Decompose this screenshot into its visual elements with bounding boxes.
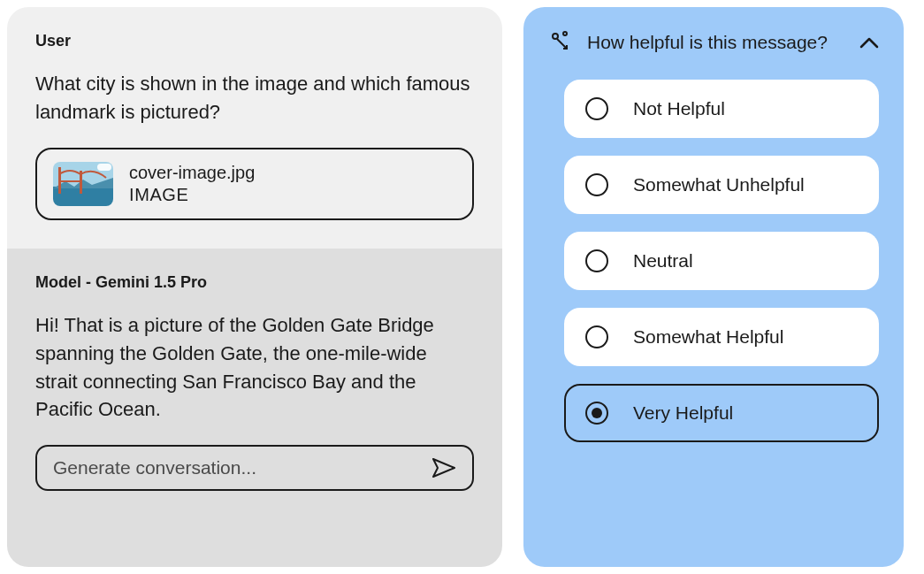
rating-panel: How helpful is this message? Not Helpful… — [523, 7, 904, 567]
input-placeholder: Generate conversation... — [53, 457, 256, 478]
rating-option-not-helpful[interactable]: Not Helpful — [564, 80, 879, 138]
radio-icon — [585, 97, 608, 120]
svg-point-8 — [563, 32, 567, 35]
option-label: Somewhat Helpful — [633, 326, 783, 348]
model-answer: Hi! That is a picture of the Golden Gate… — [35, 311, 474, 425]
svg-point-7 — [553, 34, 558, 39]
radio-selected-icon — [585, 402, 608, 425]
rating-header[interactable]: How helpful is this message? — [548, 30, 879, 55]
attachment-type: IMAGE — [129, 185, 255, 205]
rating-option-somewhat-helpful[interactable]: Somewhat Helpful — [564, 308, 879, 366]
rating-options: Not Helpful Somewhat Unhelpful Neutral S… — [548, 80, 879, 442]
rating-option-somewhat-unhelpful[interactable]: Somewhat Unhelpful — [564, 156, 879, 214]
rating-option-neutral[interactable]: Neutral — [564, 232, 879, 290]
radio-icon — [585, 325, 608, 348]
option-label: Neutral — [633, 250, 693, 272]
option-label: Not Helpful — [633, 98, 725, 119]
option-label: Very Helpful — [633, 402, 733, 424]
radio-icon — [585, 249, 608, 272]
user-question: What city is shown in the image and whic… — [35, 70, 474, 126]
attachment-chip[interactable]: cover-image.jpg IMAGE — [35, 148, 474, 220]
attachment-filename: cover-image.jpg — [129, 163, 255, 183]
svg-rect-6 — [97, 164, 111, 171]
svg-rect-1 — [53, 187, 113, 206]
radio-icon — [585, 173, 608, 196]
suggest-icon — [548, 30, 573, 55]
rating-title: How helpful is this message? — [587, 32, 845, 53]
model-label: Model - Gemini 1.5 Pro — [35, 273, 474, 292]
send-icon[interactable] — [431, 457, 456, 478]
conversation-input[interactable]: Generate conversation... — [35, 445, 474, 491]
chevron-up-icon[interactable] — [859, 36, 879, 49]
user-label: User — [35, 32, 474, 50]
conversation-card: User What city is shown in the image and… — [7, 7, 502, 567]
user-section: User What city is shown in the image and… — [7, 7, 502, 249]
rating-option-very-helpful[interactable]: Very Helpful — [564, 384, 879, 442]
option-label: Somewhat Unhelpful — [633, 174, 805, 195]
model-section: Model - Gemini 1.5 Pro Hi! That is a pic… — [7, 249, 502, 567]
attachment-meta: cover-image.jpg IMAGE — [129, 163, 255, 205]
attachment-thumbnail — [53, 162, 113, 206]
